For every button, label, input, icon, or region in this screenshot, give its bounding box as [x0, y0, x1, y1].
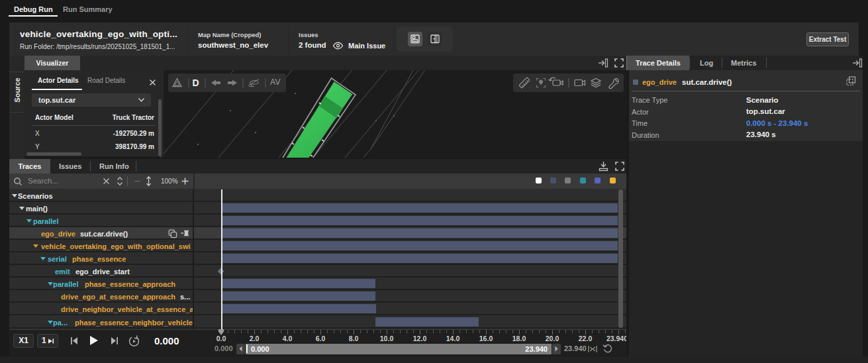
svg-text:D: D: [193, 78, 199, 88]
